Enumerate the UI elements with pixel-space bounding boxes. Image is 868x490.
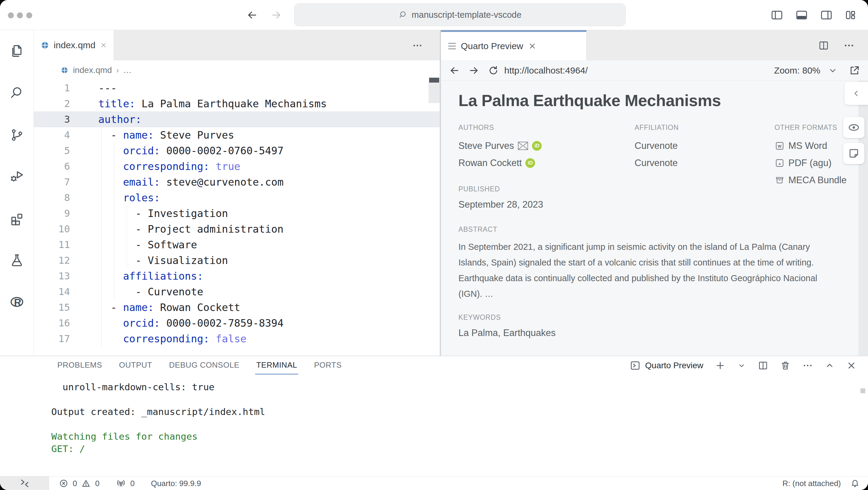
annotation-sidebar-toggle[interactable] [844,82,868,105]
chevron-down-icon[interactable] [828,65,838,76]
pdf-icon [775,158,785,168]
explorer-icon[interactable] [9,43,25,59]
open-external-icon[interactable] [849,65,860,76]
titlebar: manuscript-template-vscode [0,0,868,30]
terminal-line [51,393,265,405]
history-forward-icon[interactable] [270,9,282,21]
format-link[interactable]: MECA Bundle [775,171,865,189]
code-line: 4 - name: Steve Purves [34,127,440,143]
warnings-count[interactable]: 0 [95,479,99,488]
code-line: 8 roles: [34,190,440,205]
preview-back-icon[interactable] [449,65,460,76]
page-note-button[interactable] [843,143,864,164]
notifications-bell-icon[interactable] [850,478,860,489]
panel-more-icon[interactable] [802,360,813,371]
kill-terminal-icon[interactable] [780,360,791,371]
history-back-icon[interactable] [246,9,258,21]
close-panel-icon[interactable] [846,360,857,371]
tab-index-qmd[interactable]: index.qmd [34,30,114,60]
quarto-file-icon [60,66,69,74]
terminal-output[interactable]: unroll-markdown-cells: true Output creat… [51,381,265,455]
errors-icon[interactable] [59,479,68,488]
warnings-icon[interactable] [81,479,91,488]
close-icon[interactable] [100,41,107,49]
panel-tabs: PROBLEMS OUTPUT DEBUG CONSOLE TERMINAL P… [57,360,342,374]
tab-problems[interactable]: PROBLEMS [57,360,102,374]
tab-debug-console[interactable]: DEBUG CONSOLE [169,360,239,374]
window-control-dot[interactable] [8,12,14,19]
toggle-primary-sidebar-icon[interactable] [770,8,783,22]
tab-ports[interactable]: PORTS [314,360,342,374]
indent-guide [101,127,102,347]
line-number: 6 [34,159,70,174]
extensions-icon[interactable] [9,211,25,226]
quarto-version[interactable]: Quarto: 99.9.9 [151,479,201,488]
editor-scrollbar-handle[interactable] [429,78,439,83]
terminal-process[interactable]: Quarto Preview [629,360,703,371]
preview-document: La Palma Earthquake Mechanisms AUTHORS S… [441,81,868,356]
author-name: Rowan Cockett [459,158,522,168]
terminal-icon [629,360,641,371]
command-center-search[interactable]: manuscript-template-vscode [294,3,626,26]
close-icon[interactable] [528,42,536,50]
split-editor-icon[interactable] [818,40,829,51]
code-line: 17 corresponding: false [34,331,440,347]
remote-indicator[interactable] [0,477,49,490]
tab-output[interactable]: OUTPUT [119,360,152,374]
preview-list-icon [448,41,456,51]
svg-text:w: w [777,143,782,149]
window-control-dot[interactable] [17,12,23,19]
orcid-icon[interactable]: iD [532,141,542,151]
ms-word-icon: w [775,141,785,151]
terminal-dropdown-icon[interactable] [737,361,746,370]
r-language-icon[interactable]: R [9,294,25,309]
affiliation-value: Curvenote [634,140,678,151]
eye-icon [847,121,860,134]
code-line: 1--- [34,80,440,96]
toggle-secondary-sidebar-icon[interactable] [820,8,833,22]
more-editor-actions-icon[interactable] [412,40,423,51]
line-number: 17 [34,331,70,347]
orcid-icon[interactable]: iD [525,158,535,168]
ports-forwarded-icon[interactable] [116,478,126,489]
email-icon[interactable] [518,141,528,151]
testing-icon[interactable] [9,253,25,268]
ports-count[interactable]: 0 [130,479,134,488]
show-highlights-button[interactable] [843,117,864,138]
r-session-status[interactable]: R: (not attached) [782,479,841,488]
abstract-label: ABSTRACT [459,225,829,233]
code-line: 5 orcid: 0000-0002-0760-5497 [34,143,440,159]
meca-bundle-icon [775,175,785,185]
published-date: September 28, 2023 [459,199,543,210]
split-terminal-icon[interactable] [757,360,769,371]
tab-quarto-preview[interactable]: Quarto Preview [441,30,587,60]
author-name: Steve Purves [459,140,514,151]
published-section: PUBLISHED September 28, 2023 [459,185,543,210]
panel-toolbar: Quarto Preview [629,360,857,371]
search-sidebar-icon[interactable] [9,85,25,100]
preview-url[interactable]: http://localhost:4964/ [504,65,588,76]
maximize-panel-icon[interactable] [825,360,835,371]
run-debug-icon[interactable] [9,168,25,184]
preview-reload-icon[interactable] [487,65,499,76]
breadcrumb-file[interactable]: index.qmd [73,65,112,75]
code-editor[interactable]: 1--- 2title: La Palma Earthquake Mechani… [34,80,440,356]
breadcrumb-more[interactable]: … [123,65,132,75]
code-line: 7 email: steve@curvenote.com [34,174,440,190]
more-actions-icon[interactable] [843,40,855,51]
new-terminal-icon[interactable] [715,360,726,371]
breadcrumb-separator: › [116,65,119,75]
terminal-scrollbar[interactable] [861,388,865,393]
keywords-label: KEYWORDS [459,314,556,322]
preview-zoom-label[interactable]: Zoom: 80% [774,65,820,76]
breadcrumb[interactable]: index.qmd › … [34,60,440,80]
window-control-dot[interactable] [26,12,32,19]
tab-terminal[interactable]: TERMINAL [256,360,297,374]
customize-layout-icon[interactable] [844,8,858,22]
errors-count[interactable]: 0 [73,479,77,488]
preview-forward-icon[interactable] [468,65,479,76]
code-line: 2title: La Palma Earthquake Mechanisms [34,96,440,111]
toggle-panel-icon[interactable] [795,8,808,22]
code-line: 6 corresponding: true [34,159,440,174]
source-control-icon[interactable] [9,128,25,142]
